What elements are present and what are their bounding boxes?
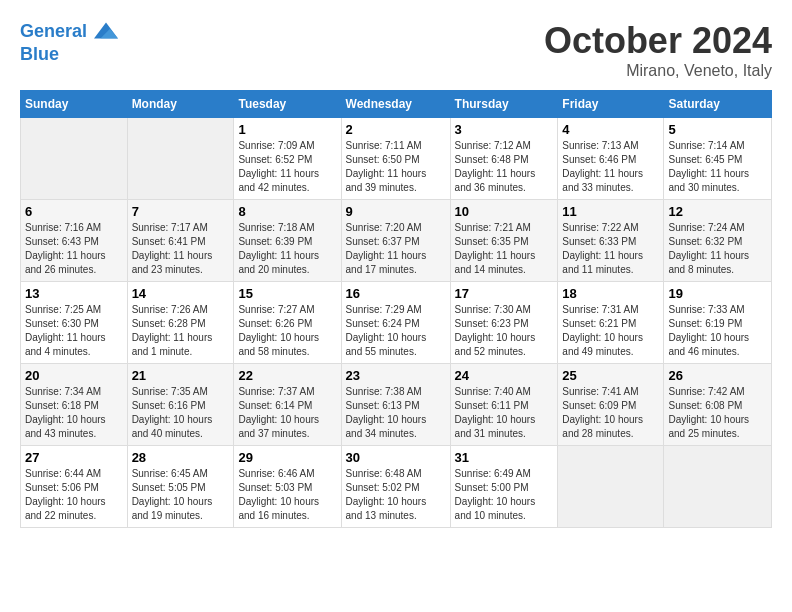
calendar-cell: 7Sunrise: 7:17 AM Sunset: 6:41 PM Daylig… [127,200,234,282]
day-number: 17 [455,286,554,301]
day-header: Thursday [450,91,558,118]
day-number: 29 [238,450,336,465]
day-number: 25 [562,368,659,383]
calendar-cell: 18Sunrise: 7:31 AM Sunset: 6:21 PM Dayli… [558,282,664,364]
day-number: 23 [346,368,446,383]
day-number: 26 [668,368,767,383]
day-info: Sunrise: 7:09 AM Sunset: 6:52 PM Dayligh… [238,139,336,195]
day-info: Sunrise: 7:41 AM Sunset: 6:09 PM Dayligh… [562,385,659,441]
day-info: Sunrise: 7:24 AM Sunset: 6:32 PM Dayligh… [668,221,767,277]
day-info: Sunrise: 7:14 AM Sunset: 6:45 PM Dayligh… [668,139,767,195]
day-number: 10 [455,204,554,219]
day-info: Sunrise: 7:18 AM Sunset: 6:39 PM Dayligh… [238,221,336,277]
calendar-cell: 13Sunrise: 7:25 AM Sunset: 6:30 PM Dayli… [21,282,128,364]
calendar-week-row: 1Sunrise: 7:09 AM Sunset: 6:52 PM Daylig… [21,118,772,200]
day-header: Sunday [21,91,128,118]
day-info: Sunrise: 7:20 AM Sunset: 6:37 PM Dayligh… [346,221,446,277]
day-info: Sunrise: 7:13 AM Sunset: 6:46 PM Dayligh… [562,139,659,195]
day-header: Wednesday [341,91,450,118]
day-number: 20 [25,368,123,383]
calendar-cell: 2Sunrise: 7:11 AM Sunset: 6:50 PM Daylig… [341,118,450,200]
day-number: 21 [132,368,230,383]
day-number: 28 [132,450,230,465]
day-info: Sunrise: 7:38 AM Sunset: 6:13 PM Dayligh… [346,385,446,441]
day-info: Sunrise: 7:34 AM Sunset: 6:18 PM Dayligh… [25,385,123,441]
calendar-cell: 11Sunrise: 7:22 AM Sunset: 6:33 PM Dayli… [558,200,664,282]
day-info: Sunrise: 7:29 AM Sunset: 6:24 PM Dayligh… [346,303,446,359]
calendar-cell: 10Sunrise: 7:21 AM Sunset: 6:35 PM Dayli… [450,200,558,282]
day-info: Sunrise: 7:35 AM Sunset: 6:16 PM Dayligh… [132,385,230,441]
day-number: 13 [25,286,123,301]
day-info: Sunrise: 6:44 AM Sunset: 5:06 PM Dayligh… [25,467,123,523]
day-header: Monday [127,91,234,118]
day-info: Sunrise: 7:33 AM Sunset: 6:19 PM Dayligh… [668,303,767,359]
day-number: 7 [132,204,230,219]
calendar-week-row: 6Sunrise: 7:16 AM Sunset: 6:43 PM Daylig… [21,200,772,282]
calendar-cell [21,118,128,200]
day-number: 1 [238,122,336,137]
month-title: October 2024 [544,20,772,62]
calendar-cell: 1Sunrise: 7:09 AM Sunset: 6:52 PM Daylig… [234,118,341,200]
calendar-cell: 15Sunrise: 7:27 AM Sunset: 6:26 PM Dayli… [234,282,341,364]
day-info: Sunrise: 7:42 AM Sunset: 6:08 PM Dayligh… [668,385,767,441]
calendar-cell: 8Sunrise: 7:18 AM Sunset: 6:39 PM Daylig… [234,200,341,282]
calendar-cell: 28Sunrise: 6:45 AM Sunset: 5:05 PM Dayli… [127,446,234,528]
day-number: 22 [238,368,336,383]
day-number: 24 [455,368,554,383]
logo-icon [94,20,118,44]
logo-text-blue: Blue [20,44,118,66]
day-number: 27 [25,450,123,465]
calendar-cell: 3Sunrise: 7:12 AM Sunset: 6:48 PM Daylig… [450,118,558,200]
calendar-cell: 26Sunrise: 7:42 AM Sunset: 6:08 PM Dayli… [664,364,772,446]
day-header: Friday [558,91,664,118]
calendar-week-row: 27Sunrise: 6:44 AM Sunset: 5:06 PM Dayli… [21,446,772,528]
calendar-cell: 4Sunrise: 7:13 AM Sunset: 6:46 PM Daylig… [558,118,664,200]
calendar-cell: 27Sunrise: 6:44 AM Sunset: 5:06 PM Dayli… [21,446,128,528]
calendar-week-row: 20Sunrise: 7:34 AM Sunset: 6:18 PM Dayli… [21,364,772,446]
calendar-cell: 17Sunrise: 7:30 AM Sunset: 6:23 PM Dayli… [450,282,558,364]
day-header: Tuesday [234,91,341,118]
day-info: Sunrise: 7:16 AM Sunset: 6:43 PM Dayligh… [25,221,123,277]
day-number: 15 [238,286,336,301]
calendar-cell: 20Sunrise: 7:34 AM Sunset: 6:18 PM Dayli… [21,364,128,446]
day-info: Sunrise: 7:12 AM Sunset: 6:48 PM Dayligh… [455,139,554,195]
day-header: Saturday [664,91,772,118]
day-info: Sunrise: 7:31 AM Sunset: 6:21 PM Dayligh… [562,303,659,359]
day-info: Sunrise: 7:11 AM Sunset: 6:50 PM Dayligh… [346,139,446,195]
day-number: 19 [668,286,767,301]
day-number: 4 [562,122,659,137]
logo: General Blue [20,20,118,66]
calendar-cell: 22Sunrise: 7:37 AM Sunset: 6:14 PM Dayli… [234,364,341,446]
day-number: 5 [668,122,767,137]
calendar-cell [127,118,234,200]
calendar-table: SundayMondayTuesdayWednesdayThursdayFrid… [20,90,772,528]
calendar-cell [558,446,664,528]
day-number: 30 [346,450,446,465]
day-info: Sunrise: 7:27 AM Sunset: 6:26 PM Dayligh… [238,303,336,359]
day-number: 8 [238,204,336,219]
calendar-week-row: 13Sunrise: 7:25 AM Sunset: 6:30 PM Dayli… [21,282,772,364]
day-number: 12 [668,204,767,219]
calendar-cell: 24Sunrise: 7:40 AM Sunset: 6:11 PM Dayli… [450,364,558,446]
day-info: Sunrise: 6:48 AM Sunset: 5:02 PM Dayligh… [346,467,446,523]
location-title: Mirano, Veneto, Italy [544,62,772,80]
day-info: Sunrise: 7:21 AM Sunset: 6:35 PM Dayligh… [455,221,554,277]
calendar-cell: 14Sunrise: 7:26 AM Sunset: 6:28 PM Dayli… [127,282,234,364]
day-info: Sunrise: 7:22 AM Sunset: 6:33 PM Dayligh… [562,221,659,277]
day-info: Sunrise: 6:45 AM Sunset: 5:05 PM Dayligh… [132,467,230,523]
day-info: Sunrise: 7:26 AM Sunset: 6:28 PM Dayligh… [132,303,230,359]
title-block: October 2024 Mirano, Veneto, Italy [544,20,772,80]
day-info: Sunrise: 7:17 AM Sunset: 6:41 PM Dayligh… [132,221,230,277]
calendar-cell: 16Sunrise: 7:29 AM Sunset: 6:24 PM Dayli… [341,282,450,364]
calendar-cell: 25Sunrise: 7:41 AM Sunset: 6:09 PM Dayli… [558,364,664,446]
calendar-cell: 19Sunrise: 7:33 AM Sunset: 6:19 PM Dayli… [664,282,772,364]
calendar-cell: 12Sunrise: 7:24 AM Sunset: 6:32 PM Dayli… [664,200,772,282]
day-info: Sunrise: 7:37 AM Sunset: 6:14 PM Dayligh… [238,385,336,441]
day-info: Sunrise: 7:30 AM Sunset: 6:23 PM Dayligh… [455,303,554,359]
day-info: Sunrise: 7:25 AM Sunset: 6:30 PM Dayligh… [25,303,123,359]
calendar-header-row: SundayMondayTuesdayWednesdayThursdayFrid… [21,91,772,118]
day-number: 16 [346,286,446,301]
calendar-cell: 21Sunrise: 7:35 AM Sunset: 6:16 PM Dayli… [127,364,234,446]
day-number: 11 [562,204,659,219]
day-number: 6 [25,204,123,219]
